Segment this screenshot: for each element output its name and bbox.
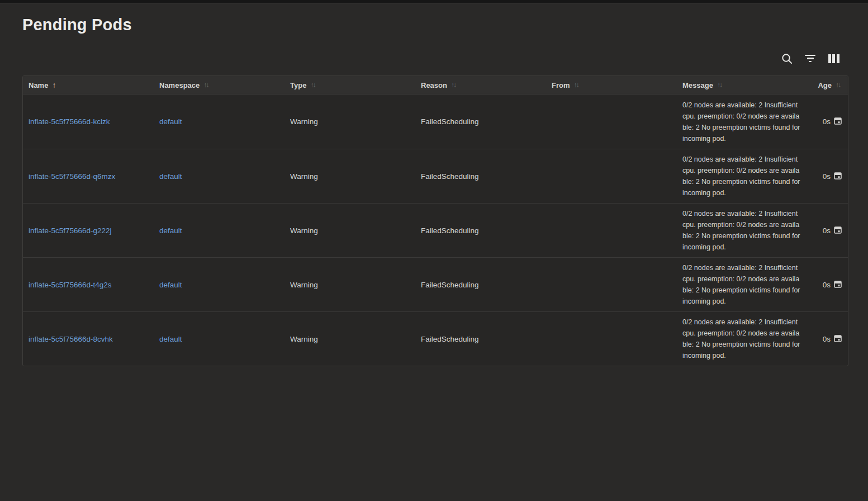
calendar-icon [834,280,842,290]
sort-unsorted-icon: ↑↓ [451,81,457,89]
pod-name-link[interactable]: inflate-5c5f75666d-g222j [29,226,112,235]
age-cell: 0s [808,280,848,290]
age-value: 0s [823,281,831,289]
type-cell: Warning [284,281,415,289]
type-cell: Warning [284,335,415,343]
namespace-cell: default [154,172,284,181]
namespace-link[interactable]: default [159,281,182,289]
namespace-cell: default [154,281,284,289]
table-row: inflate-5c5f75666d-t4g2s default Warning… [23,257,848,311]
message-cell: 0/2 nodes are available: 2 Insufficient … [677,262,808,307]
message-cell: 0/2 nodes are available: 2 Insufficient … [677,316,808,361]
pod-name-link[interactable]: inflate-5c5f75666d-8cvhk [29,335,113,343]
sort-unsorted-icon: ↑↓ [574,81,580,89]
table-row: inflate-5c5f75666d-q6mzx default Warning… [23,149,848,203]
sort-unsorted-icon: ↑↓ [310,81,316,89]
age-cell: 0s [808,117,848,126]
reason-cell: FailedScheduling [415,117,546,126]
column-header-label: Message [682,81,713,89]
column-header-from[interactable]: From ↑↓ [546,81,677,89]
sort-unsorted-icon: ↑↓ [717,81,723,89]
sort-unsorted-icon: ↑↓ [836,81,841,89]
name-cell: inflate-5c5f75666d-q6mzx [23,172,154,181]
column-header-label: Namespace [159,81,200,89]
table-row: inflate-5c5f75666d-g222j default Warning… [23,203,848,257]
namespace-link[interactable]: default [159,335,182,343]
column-header-label: Type [290,81,306,89]
filter-button[interactable] [803,51,817,65]
type-cell: Warning [284,226,415,235]
age-value: 0s [823,226,831,235]
reason-cell: FailedScheduling [415,335,546,343]
pod-name-link[interactable]: inflate-5c5f75666d-kclzk [29,117,110,126]
namespace-cell: default [154,226,284,235]
calendar-icon [834,334,842,344]
sort-unsorted-icon: ↑↓ [203,81,209,89]
search-button[interactable] [780,51,794,65]
type-cell: Warning [284,172,415,181]
sort-ascending-icon: ↑ [52,81,56,89]
pod-name-link[interactable]: inflate-5c5f75666d-t4g2s [29,281,112,289]
message-cell: 0/2 nodes are available: 2 Insufficient … [677,100,808,144]
message-cell: 0/2 nodes are available: 2 Insufficient … [677,208,808,253]
column-header-name[interactable]: Name ↑ [23,81,154,89]
table-row: inflate-5c5f75666d-8cvhk default Warning… [23,311,848,366]
table-row: inflate-5c5f75666d-kclzk default Warning… [23,94,848,149]
calendar-icon [834,226,842,235]
age-value: 0s [823,172,831,181]
column-header-type[interactable]: Type ↑↓ [284,81,415,89]
name-cell: inflate-5c5f75666d-8cvhk [23,335,154,343]
pod-name-link[interactable]: inflate-5c5f75666d-q6mzx [29,172,115,181]
search-icon [781,53,793,65]
columns-icon [828,54,839,63]
namespace-link[interactable]: default [159,172,182,181]
column-header-label: Name [29,81,48,89]
pending-pods-table: Name ↑ Namespace ↑↓ Type ↑↓ Reason ↑↓ Fr… [22,75,848,366]
reason-cell: FailedScheduling [415,281,546,289]
name-cell: inflate-5c5f75666d-g222j [23,226,154,235]
age-cell: 0s [808,226,848,235]
message-cell: 0/2 nodes are available: 2 Insufficient … [677,154,808,198]
window-top-edge [0,0,868,3]
name-cell: inflate-5c5f75666d-kclzk [23,117,154,126]
column-header-reason[interactable]: Reason ↑↓ [415,81,546,89]
table-header-row: Name ↑ Namespace ↑↓ Type ↑↓ Reason ↑↓ Fr… [23,76,848,94]
reason-cell: FailedScheduling [415,172,546,181]
filter-icon [805,55,815,63]
age-cell: 0s [808,172,848,181]
namespace-link[interactable]: default [159,226,182,235]
column-header-label: Reason [421,81,447,89]
column-header-label: Age [818,81,832,89]
calendar-icon [834,172,842,181]
namespace-link[interactable]: default [159,117,182,126]
calendar-icon [834,117,842,126]
age-cell: 0s [808,334,848,344]
table-body: inflate-5c5f75666d-kclzk default Warning… [23,94,848,366]
type-cell: Warning [284,117,415,126]
column-header-message[interactable]: Message ↑↓ [677,81,808,89]
page-title: Pending Pods [22,16,868,34]
table-toolbar [780,51,841,65]
namespace-cell: default [154,335,284,343]
age-value: 0s [823,335,831,343]
namespace-cell: default [154,117,284,126]
column-header-namespace[interactable]: Namespace ↑↓ [154,81,284,89]
column-header-label: From [552,81,570,89]
name-cell: inflate-5c5f75666d-t4g2s [23,281,154,289]
columns-button[interactable] [827,51,841,65]
age-value: 0s [823,117,831,126]
reason-cell: FailedScheduling [415,226,546,235]
column-header-age[interactable]: Age ↑↓ [808,81,848,89]
